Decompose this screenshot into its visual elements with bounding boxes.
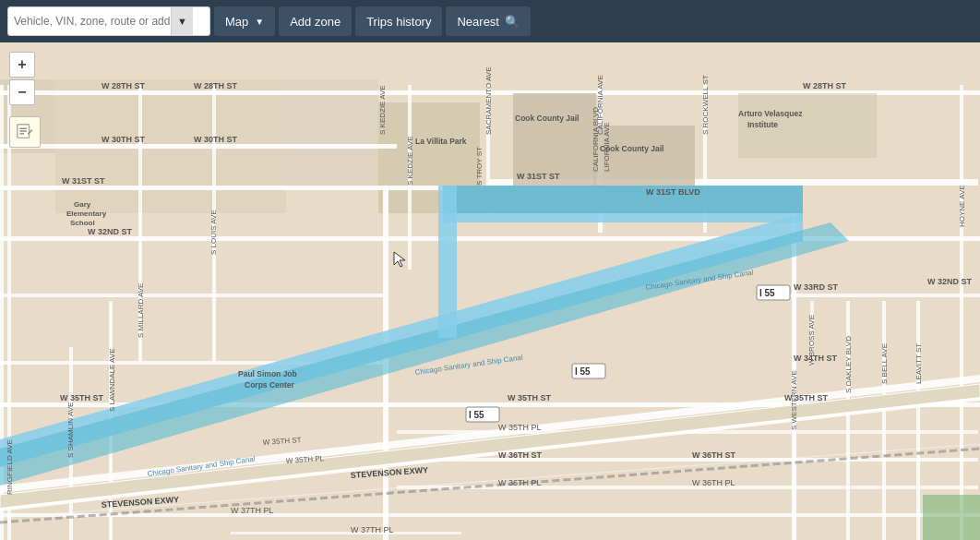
- svg-text:S KEDZIE AVE: S KEDZIE AVE: [378, 85, 387, 135]
- svg-text:I 55: I 55: [575, 366, 591, 377]
- svg-marker-45: [443, 186, 803, 213]
- svg-text:W 36TH PL: W 36TH PL: [498, 478, 542, 487]
- svg-text:S MILLARD AVE: S MILLARD AVE: [137, 283, 145, 338]
- svg-rect-13: [0, 294, 388, 297]
- svg-rect-5: [175, 149, 286, 213]
- svg-text:S LAWNDALE AVE: S LAWNDALE AVE: [108, 349, 116, 412]
- trips-history-button[interactable]: Trips history: [355, 6, 442, 36]
- nearest-button[interactable]: Nearest 🔍: [446, 6, 531, 36]
- svg-text:School: School: [70, 219, 95, 227]
- nearest-label: Nearest: [457, 15, 499, 29]
- svg-text:Elementary: Elementary: [66, 210, 107, 218]
- svg-rect-9: [0, 144, 397, 149]
- svg-rect-14: [775, 294, 980, 297]
- search-icon: 🔍: [505, 15, 520, 29]
- svg-rect-19: [397, 486, 978, 489]
- svg-rect-18: [397, 458, 978, 462]
- svg-text:S WESTERN AVE: S WESTERN AVE: [790, 370, 798, 430]
- svg-rect-20: [0, 513, 980, 517]
- svg-text:S ROCKWELL ST: S ROCKWELL ST: [701, 75, 710, 135]
- svg-text:W 32ND ST: W 32ND ST: [927, 277, 973, 286]
- map-label: Map: [225, 15, 248, 29]
- svg-text:Institute: Institute: [747, 120, 778, 129]
- svg-text:S KEDZIE AVE: S KEDZIE AVE: [406, 136, 414, 186]
- svg-rect-21: [231, 532, 461, 534]
- svg-text:W 37TH PL: W 37TH PL: [351, 525, 394, 534]
- svg-text:W 36TH ST: W 36TH ST: [692, 450, 736, 460]
- search-input[interactable]: [14, 15, 171, 28]
- zoom-out-button[interactable]: −: [9, 79, 35, 105]
- svg-text:S BELL AVE: S BELL AVE: [880, 343, 889, 384]
- svg-text:W 37TH PL: W 37TH PL: [231, 506, 274, 515]
- svg-text:Gary: Gary: [74, 200, 91, 209]
- svg-text:W 30TH ST: W 30TH ST: [102, 135, 146, 144]
- svg-rect-6: [286, 79, 378, 190]
- svg-text:W 28TH ST: W 28TH ST: [102, 81, 146, 90]
- svg-text:HOYNE AVE: HOYNE AVE: [958, 185, 966, 227]
- svg-text:Cook County Jail: Cook County Jail: [515, 114, 579, 123]
- search-container: ▼: [7, 6, 210, 36]
- map-button[interactable]: Map ▼: [214, 6, 275, 36]
- search-dropdown-button[interactable]: ▼: [171, 7, 193, 35]
- svg-text:Paul Simon Job: Paul Simon Job: [238, 369, 297, 378]
- add-zone-button[interactable]: Add zone: [279, 6, 352, 36]
- svg-text:Arturo Velasquez: Arturo Velasquez: [738, 109, 803, 118]
- svg-text:W 35TH PL: W 35TH PL: [498, 423, 542, 432]
- map-controls: + −: [9, 52, 35, 105]
- svg-text:W 36TH ST: W 36TH ST: [498, 450, 543, 460]
- svg-text:RINGFIELD AVE: RINGFIELD AVE: [6, 439, 14, 495]
- map-container[interactable]: W 28TH ST W 28TH ST W 28TH ST W 30TH ST …: [0, 42, 980, 540]
- svg-text:W 30TH ST: W 30TH ST: [194, 135, 238, 144]
- svg-text:S OAKLEY BLVD: S OAKLEY BLVD: [844, 336, 853, 393]
- toolbar: ▼ Map ▼ Add zone Trips history Nearest 🔍: [0, 0, 980, 42]
- zoom-in-button[interactable]: +: [9, 52, 35, 78]
- svg-rect-35: [916, 301, 920, 540]
- svg-text:SACRAMENTO AVE: SACRAMENTO AVE: [484, 67, 493, 136]
- svg-text:S SHAMLIN AVE: S SHAMLIN AVE: [66, 402, 75, 458]
- note-icon: [15, 122, 35, 142]
- svg-marker-46: [438, 186, 457, 338]
- svg-text:LEAVITT ST: LEAVITT ST: [914, 343, 923, 384]
- svg-text:W 35TH ST: W 35TH ST: [508, 393, 552, 402]
- svg-text:W 31ST BLVD: W 31ST BLVD: [646, 187, 700, 197]
- add-zone-label: Add zone: [290, 15, 341, 29]
- svg-text:La Villita Park: La Villita Park: [415, 137, 467, 146]
- svg-text:W 28TH ST: W 28TH ST: [803, 81, 847, 90]
- svg-text:I 55: I 55: [469, 410, 484, 420]
- svg-text:W 31ST ST: W 31ST ST: [517, 172, 560, 181]
- svg-text:W 28TH ST: W 28TH ST: [194, 81, 238, 90]
- svg-rect-34: [882, 301, 886, 540]
- svg-rect-52: [923, 495, 980, 540]
- map-svg: W 28TH ST W 28TH ST W 28TH ST W 30TH ST …: [0, 42, 980, 540]
- svg-text:W 32ND ST: W 32ND ST: [88, 227, 133, 236]
- svg-text:W 33RD ST: W 33RD ST: [794, 282, 839, 292]
- svg-text:Corps Center: Corps Center: [245, 380, 295, 390]
- svg-text:W 31ST ST: W 31ST ST: [62, 176, 105, 186]
- svg-text:S LOUIS AVE: S LOUIS AVE: [209, 210, 218, 255]
- svg-text:CALIFORNIA BLVD: CALIFORNIA BLVD: [592, 107, 600, 172]
- svg-text:S TROY ST: S TROY ST: [475, 147, 484, 186]
- map-chevron-icon: ▼: [255, 17, 264, 27]
- svg-text:I 55: I 55: [759, 288, 775, 298]
- svg-text:W 35TH ST: W 35TH ST: [60, 393, 104, 402]
- map-note-tool[interactable]: [9, 116, 41, 148]
- trips-history-label: Trips history: [366, 15, 431, 29]
- svg-rect-36: [960, 85, 963, 540]
- svg-text:W BROSS AVE: W BROSS AVE: [807, 315, 816, 366]
- svg-text:W 36TH PL: W 36TH PL: [692, 478, 735, 487]
- svg-text:LIFORNIA AVE: LIFORNIA AVE: [603, 122, 611, 172]
